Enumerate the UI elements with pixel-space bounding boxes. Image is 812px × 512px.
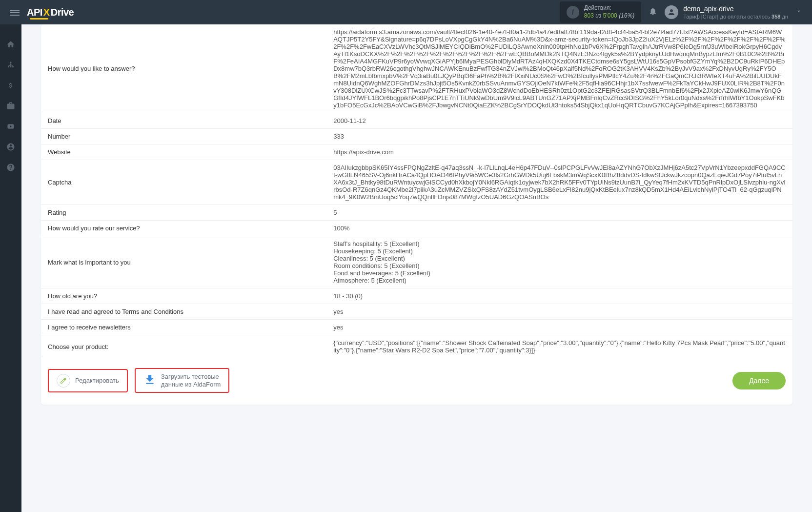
edit-label: Редактировать [75, 377, 119, 384]
sidebar-youtube-icon[interactable] [0, 116, 21, 137]
row-value: https://aidaform.s3.amazonaws.com/vault/… [326, 24, 792, 113]
table-row: How would you like to answer?https://aid… [41, 24, 792, 113]
logo-part-api: API [27, 7, 42, 18]
bell-icon[interactable] [649, 7, 657, 18]
table-row: How old are you?18 - 30 (0) [41, 288, 792, 304]
sidebar-connections-icon[interactable] [0, 55, 21, 75]
table-row: Number333 [41, 129, 792, 144]
sidebar-billing-icon[interactable] [0, 75, 21, 96]
sidebar-profile-icon[interactable] [0, 137, 21, 157]
svg-point-2 [12, 66, 14, 67]
logo[interactable]: API X Drive [27, 7, 74, 18]
logo-part-drive: Drive [51, 7, 74, 18]
svg-point-0 [10, 61, 12, 63]
row-value: yes [326, 304, 792, 320]
data-card: How would you like to answer?https://aid… [41, 24, 792, 405]
row-label: Website [41, 144, 326, 160]
sidebar [0, 24, 21, 512]
user-name: demo_apix-drive [683, 4, 788, 13]
table-row: Rating5 [41, 205, 792, 221]
table-row: How would you rate our service?100% [41, 221, 792, 236]
actions-counter[interactable]: i Действия: 803 из 5'000 (16%) [560, 1, 641, 22]
table-row: I have read and agreed to Terms and Cond… [41, 304, 792, 320]
main-content: How would you like to answer?https://aid… [21, 24, 812, 512]
row-label: How would you rate our service? [41, 221, 326, 236]
row-label: How would you like to answer? [41, 24, 326, 113]
row-label: Captcha [41, 160, 326, 205]
row-value: 333 [326, 129, 792, 144]
row-value: 5 [326, 205, 792, 221]
card-footer: Редактировать Загрузить тестовые данные … [41, 358, 792, 405]
chevron-down-icon[interactable] [795, 8, 802, 17]
row-value: 2000-11-12 [326, 113, 792, 129]
sidebar-home-icon[interactable] [0, 34, 21, 55]
pencil-icon [57, 374, 70, 388]
row-label: Mark what is important to you [41, 236, 326, 288]
row-label: Number [41, 129, 326, 144]
logo-part-x: X [43, 7, 50, 18]
next-button[interactable]: Далее [732, 372, 786, 389]
row-label: Choose your product: [41, 335, 326, 358]
avatar-icon [665, 5, 678, 19]
row-label: Rating [41, 205, 326, 221]
svg-point-3 [10, 66, 12, 67]
table-row: Mark what is important to youStaff's hos… [41, 236, 792, 288]
row-value: 18 - 30 (0) [326, 288, 792, 304]
user-plan: Тариф |Старт| до оплаты осталось 358 дн [683, 13, 788, 20]
row-value: Staff's hospitality: 5 (Excellent) House… [326, 236, 792, 288]
table-row: Websitehttps://apix-drive.com [41, 144, 792, 160]
edit-button[interactable]: Редактировать [49, 370, 127, 391]
svg-point-1 [8, 66, 9, 67]
sidebar-briefcase-icon[interactable] [0, 96, 21, 116]
row-value: {"currency":"USD","positions":[{"name":"… [326, 335, 792, 358]
row-label: How old are you? [41, 288, 326, 304]
download-icon [143, 373, 156, 388]
table-row: Captcha03AIIukzgbbpSK65IY4ssFPQNgZzltE-q… [41, 160, 792, 205]
actions-text: Действия: 803 из 5'000 (16%) [584, 4, 634, 20]
download-label-1: Загрузить тестовые [161, 373, 221, 381]
data-table: How would you like to answer?https://aid… [41, 24, 792, 358]
download-label-2: данные из AidaForm [161, 381, 221, 389]
user-block[interactable]: demo_apix-drive Тариф |Старт| до оплаты … [665, 4, 788, 20]
download-highlight: Загрузить тестовые данные из AidaForm [135, 368, 230, 393]
info-icon: i [567, 6, 579, 19]
sidebar-help-icon[interactable] [0, 157, 21, 178]
row-value: 100% [326, 221, 792, 236]
menu-toggle[interactable] [10, 8, 20, 16]
row-label: I have read and agreed to Terms and Cond… [41, 304, 326, 320]
row-label: I agree to receive newsletters [41, 320, 326, 335]
top-bar: API X Drive i Действия: 803 из 5'000 (16… [0, 0, 812, 24]
table-row: Date2000-11-12 [41, 113, 792, 129]
download-button[interactable]: Загрузить тестовые данные из AidaForm [136, 369, 229, 392]
row-value: 03AIIukzgbbpSK65IY4ssFPQNgZzltE-q47aq3ss… [326, 160, 792, 205]
row-label: Date [41, 113, 326, 129]
row-value: yes [326, 320, 792, 335]
table-row: Choose your product:{"currency":"USD","p… [41, 335, 792, 358]
table-row: I agree to receive newslettersyes [41, 320, 792, 335]
row-value: https://apix-drive.com [326, 144, 792, 160]
edit-highlight: Редактировать [48, 369, 128, 392]
